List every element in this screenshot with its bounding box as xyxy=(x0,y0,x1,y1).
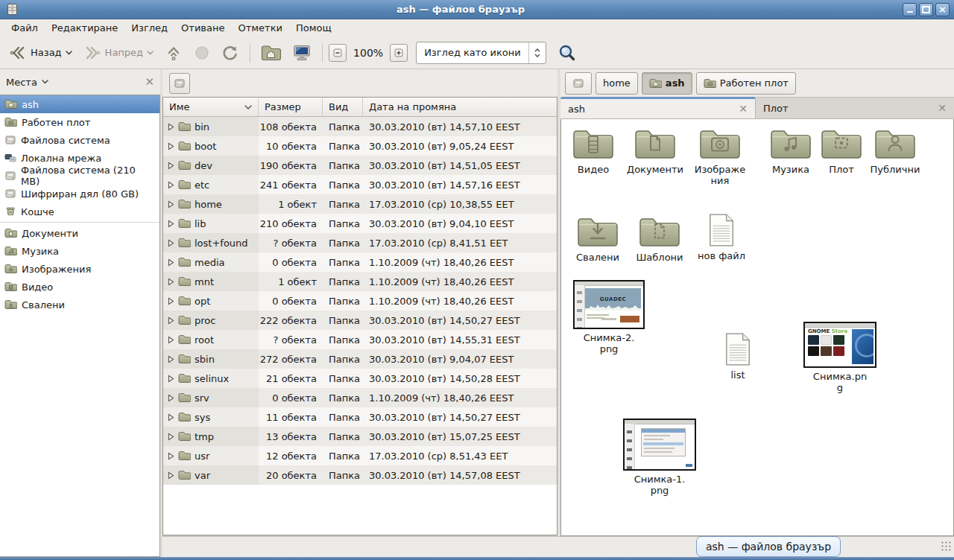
view-mode-select[interactable]: Изглед като икони xyxy=(416,42,546,64)
sidebar-item-2[interactable]: Файлова система xyxy=(0,131,159,149)
breadcrumb-button-1[interactable]: home xyxy=(596,72,638,95)
table-row[interactable]: usr12 обектаПапка17.03.2010 (ср) 8,51,43… xyxy=(163,446,557,465)
expander-icon[interactable] xyxy=(168,142,174,150)
expander-icon[interactable] xyxy=(168,433,174,441)
sidebar-item-6[interactable]: Кошче xyxy=(0,203,159,220)
icon-view-item-2[interactable]: Изображения xyxy=(689,127,751,186)
sidebar-item-4[interactable]: Файлова система (210 MB) xyxy=(0,167,159,185)
expander-icon[interactable] xyxy=(168,355,174,363)
expander-icon[interactable] xyxy=(168,258,174,267)
icon-view-item-0[interactable]: Видео xyxy=(563,127,624,175)
icon-view-item-11[interactable]: GNOME StoreСнимка.png xyxy=(803,322,877,393)
table-row[interactable]: opt0 обектаПапка1.10.2009 (чт) 18,40,26 … xyxy=(163,291,557,311)
sidebar-item-0[interactable]: ash xyxy=(0,95,159,113)
breadcrumb-button-0[interactable] xyxy=(565,72,592,95)
places-close-button[interactable]: ✕ xyxy=(145,77,154,87)
titlebar[interactable]: ash — файлов браузър × xyxy=(0,0,954,19)
icon-view-item-8[interactable]: нов файл xyxy=(691,213,752,261)
reload-button[interactable] xyxy=(217,41,244,65)
minimize-button[interactable] xyxy=(903,3,917,16)
table-row[interactable]: srv0 обектаПапка1.10.2009 (чт) 18,40,26 … xyxy=(163,388,557,407)
menu-item-1[interactable]: Редактиране xyxy=(45,20,124,36)
back-dropdown-icon[interactable] xyxy=(66,51,72,55)
up-button[interactable] xyxy=(160,41,187,65)
table-row[interactable]: proc222 обектаПапка30.03.2010 (вт) 14,50… xyxy=(163,311,557,330)
tab-Плот[interactable]: Плот✕ xyxy=(756,97,954,118)
computer-button[interactable] xyxy=(288,41,316,65)
sidebar-item-10[interactable]: Видео xyxy=(0,278,159,296)
icon-view-item-5[interactable]: Публични xyxy=(865,127,926,175)
table-row[interactable]: selinux21 обектаПапка30.03.2010 (вт) 14,… xyxy=(163,369,557,388)
view-mode-spinner[interactable] xyxy=(528,42,546,63)
table-row[interactable]: media0 обектаПапка1.10.2009 (чт) 18,40,2… xyxy=(163,252,557,272)
menu-item-2[interactable]: Изглед xyxy=(124,20,174,36)
menu-item-3[interactable]: Отиване xyxy=(174,20,231,36)
expander-icon[interactable] xyxy=(168,413,174,421)
table-row[interactable]: boot10 обектаПапка30.03.2010 (вт) 9,05,2… xyxy=(163,136,557,156)
tab-ash[interactable]: ash✕ xyxy=(560,97,756,118)
tab-close-button[interactable]: ✕ xyxy=(739,103,748,115)
sidebar-item-9[interactable]: Изображения xyxy=(0,260,159,278)
icon-view-item-7[interactable]: Шаблони xyxy=(629,214,690,263)
icon-view-item-1[interactable]: Документи xyxy=(625,127,686,175)
table-row[interactable]: etc241 обектаПапка30.03.2010 (вт) 14,57,… xyxy=(163,175,557,194)
sidebar-item-5[interactable]: Шифриран дял (80 GB) xyxy=(0,185,159,203)
icon-view-item-10[interactable]: list xyxy=(707,332,768,381)
icon-view-item-4[interactable]: Плот xyxy=(811,127,872,175)
expander-icon[interactable] xyxy=(168,123,174,131)
tab-close-button[interactable]: ✕ xyxy=(938,102,947,114)
home-button[interactable] xyxy=(256,42,285,63)
breadcrumb-button-3[interactable]: Работен плот xyxy=(696,72,796,95)
zoom-out-button[interactable] xyxy=(329,44,347,62)
table-row[interactable]: bin108 обектаПапка30.03.2010 (вт) 14,57,… xyxy=(163,117,557,136)
back-button[interactable]: Назад xyxy=(4,42,77,64)
expander-icon[interactable] xyxy=(168,375,174,383)
column-header-3[interactable]: Дата на промяна xyxy=(363,98,557,116)
expander-icon[interactable] xyxy=(168,162,174,170)
stop-button[interactable] xyxy=(189,42,215,64)
column-header-0[interactable]: Име xyxy=(163,98,259,116)
expander-icon[interactable] xyxy=(168,278,174,286)
table-row[interactable]: var20 обектаПапка30.03.2010 (вт) 14,57,0… xyxy=(163,465,557,485)
table-row[interactable]: lost+found? обектаПапка17.03.2010 (ср) 8… xyxy=(163,233,557,252)
table-row[interactable]: lib210 обектаПапка30.03.2010 (вт) 9,04,1… xyxy=(163,214,557,233)
table-row[interactable]: root? обектаПапка30.03.2010 (вт) 14,55,3… xyxy=(163,330,557,349)
expander-icon[interactable] xyxy=(168,200,174,209)
zoom-in-button[interactable] xyxy=(390,44,408,62)
sidebar-item-1[interactable]: Работен плот xyxy=(0,113,159,131)
sidebar-item-8[interactable]: Музика xyxy=(0,242,159,260)
places-dropdown-icon[interactable] xyxy=(42,80,48,84)
icon-view-item-9[interactable]: GUADECСнимка-2.png xyxy=(572,280,646,354)
breadcrumb-button-2[interactable]: ash xyxy=(642,72,692,95)
table-row[interactable]: sys11 обектаПапка30.03.2010 (вт) 14,50,2… xyxy=(163,407,557,427)
table-row[interactable]: sbin272 обектаПапка30.03.2010 (вт) 9,04,… xyxy=(163,349,557,369)
search-button[interactable] xyxy=(553,40,581,66)
expander-icon[interactable] xyxy=(168,297,174,305)
table-row[interactable]: dev190 обектаПапка30.03.2010 (вт) 14,51,… xyxy=(163,156,557,175)
column-header-1[interactable]: Размер xyxy=(259,98,323,116)
close-button[interactable]: × xyxy=(935,3,950,16)
icon-view-item-6[interactable]: Свалени xyxy=(567,214,628,263)
table-row[interactable]: mnt1 обектПапка1.10.2009 (чт) 18,40,26 E… xyxy=(163,272,557,291)
menu-item-0[interactable]: Файл xyxy=(4,20,45,36)
icon-view-item-12[interactable]: Снимка-1.png xyxy=(622,419,697,496)
table-row[interactable]: tmp13 обектаПапка30.03.2010 (вт) 15,07,2… xyxy=(163,427,557,446)
sidebar-item-7[interactable]: Документи xyxy=(0,224,159,242)
resize-grip[interactable] xyxy=(941,541,953,553)
filesystem-root-button[interactable] xyxy=(169,73,190,94)
expander-icon[interactable] xyxy=(168,220,174,228)
expander-icon[interactable] xyxy=(168,394,174,402)
maximize-button[interactable] xyxy=(919,3,933,16)
forward-button[interactable]: Напред xyxy=(79,42,158,64)
expander-icon[interactable] xyxy=(168,316,174,325)
column-header-2[interactable]: Вид xyxy=(323,98,363,116)
expander-icon[interactable] xyxy=(168,452,174,460)
table-row[interactable]: home1 обектПапка17.03.2010 (ср) 10,38,55… xyxy=(163,194,557,214)
expander-icon[interactable] xyxy=(168,239,174,247)
sidebar-item-11[interactable]: Свалени xyxy=(0,296,159,314)
expander-icon[interactable] xyxy=(168,471,174,480)
expander-icon[interactable] xyxy=(168,336,174,344)
menu-item-4[interactable]: Отметки xyxy=(231,20,288,36)
menu-item-5[interactable]: Помощ xyxy=(289,20,338,36)
expander-icon[interactable] xyxy=(168,181,174,189)
